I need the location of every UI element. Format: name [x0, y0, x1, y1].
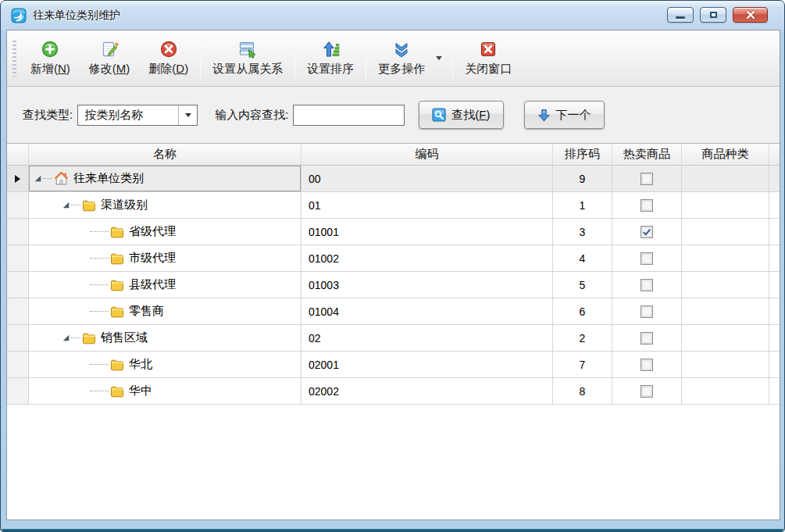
code-cell[interactable]: 01003 [302, 272, 553, 298]
product-kind-cell[interactable] [682, 166, 769, 191]
product-kind-cell[interactable] [682, 272, 769, 298]
row-indicator-cell [7, 325, 29, 351]
next-button[interactable]: 下一个 [524, 101, 605, 129]
expand-icon[interactable] [62, 334, 71, 342]
product-kind-cell[interactable] [682, 298, 769, 324]
sort-code-cell[interactable]: 7 [553, 352, 612, 377]
toolbar-grip[interactable] [12, 41, 16, 77]
header-name[interactable]: 名称 [29, 144, 302, 165]
row-filler [769, 378, 780, 404]
window-title: 往来单位类别维护 [33, 9, 120, 23]
name-cell[interactable]: 华北 [29, 352, 302, 377]
toolbar-button-new[interactable]: 新增(N) [21, 34, 80, 84]
find-button[interactable]: 查找(F) [419, 101, 503, 129]
product-kind-cell[interactable] [682, 192, 769, 218]
header-gutter [7, 144, 29, 165]
dropdown-caret-icon[interactable] [436, 56, 442, 60]
name-cell[interactable]: 华中 [29, 378, 302, 404]
sort-code-cell[interactable]: 3 [553, 219, 612, 245]
sort-icon [321, 40, 340, 59]
name-cell[interactable]: 往来单位类别 [29, 166, 302, 191]
sort-code-cell[interactable]: 6 [553, 298, 612, 324]
expand-icon[interactable] [34, 174, 43, 183]
hot-product-checkbox[interactable] [640, 279, 653, 291]
row-indicator-cell [7, 166, 29, 191]
product-kind-cell[interactable] [682, 325, 769, 351]
table-row[interactable]: 省级代理010013 [7, 219, 780, 245]
row-filler [769, 298, 780, 324]
hot-product-cell [612, 298, 682, 324]
name-cell[interactable]: 市级代理 [29, 245, 302, 271]
restore-button[interactable] [700, 7, 726, 23]
sort-code-cell[interactable]: 9 [553, 166, 612, 191]
table-row[interactable]: 零售商010046 [7, 298, 780, 325]
expand-icon[interactable] [62, 201, 71, 209]
sort-code-cell[interactable]: 5 [553, 272, 612, 298]
table-row[interactable]: 往来单位类别009 [7, 166, 780, 192]
name-cell[interactable]: 销售区域 [29, 325, 302, 351]
code-cell[interactable]: 02 [302, 325, 553, 351]
code-cell[interactable]: 01001 [302, 219, 553, 245]
relation-icon [238, 40, 257, 59]
minimize-button[interactable] [667, 7, 694, 23]
hot-product-checkbox[interactable] [640, 199, 653, 212]
search-type-dropdown[interactable]: 按类别名称 [77, 105, 198, 126]
product-kind-cell[interactable] [682, 352, 769, 377]
content-panel: 新增(N)修改(M)删除(D)设置从属关系设置排序更多操作关闭窗口 查找类型: … [7, 30, 780, 520]
name-cell[interactable]: 零售商 [29, 298, 302, 324]
table-row[interactable]: 县级代理010035 [7, 272, 780, 298]
code-cell[interactable]: 02001 [302, 352, 553, 377]
header-product-kind[interactable]: 商品种类 [682, 144, 769, 165]
toolbar-button-close-window[interactable]: 关闭窗口 [455, 34, 521, 84]
table-row[interactable]: 华北020017 [7, 352, 780, 378]
title-bar[interactable]: 往来单位类别维护 [1, 1, 784, 30]
product-kind-cell[interactable] [682, 378, 769, 404]
table-row[interactable]: 市级代理010024 [7, 245, 780, 272]
code-cell[interactable]: 00 [302, 166, 553, 191]
code-cell[interactable]: 02002 [302, 378, 553, 404]
name-cell[interactable]: 省级代理 [29, 219, 302, 245]
hot-product-checkbox[interactable] [640, 252, 653, 265]
toolbar-button-more-actions[interactable]: 更多操作 [369, 34, 434, 84]
header-sort-code[interactable]: 排序码 [553, 144, 612, 165]
code-cell[interactable]: 01002 [302, 245, 553, 271]
product-kind-cell[interactable] [682, 245, 769, 271]
hot-product-checkbox[interactable] [640, 385, 653, 398]
code-cell[interactable]: 01 [302, 192, 553, 218]
code-cell[interactable]: 01004 [302, 298, 553, 324]
row-filler [769, 192, 780, 218]
table-row[interactable]: 销售区域022 [7, 325, 780, 352]
name-cell[interactable]: 县级代理 [29, 272, 302, 298]
window-controls [667, 7, 768, 23]
close-button[interactable] [733, 7, 768, 23]
table-row[interactable]: 华中020028 [7, 378, 780, 405]
hot-product-checkbox[interactable] [640, 173, 653, 185]
hot-product-checkbox-checked[interactable] [640, 226, 653, 238]
row-filler [769, 272, 780, 298]
hot-product-checkbox[interactable] [640, 359, 653, 371]
sort-code-cell[interactable]: 1 [553, 192, 612, 218]
toolbar-button-delete[interactable]: 删除(D) [139, 34, 198, 84]
hot-product-checkbox[interactable] [640, 332, 653, 345]
sort-code-cell[interactable]: 2 [553, 325, 612, 351]
sort-code-cell[interactable]: 8 [553, 378, 612, 404]
toolbar-button-set-sort[interactable]: 设置排序 [298, 34, 363, 84]
search-input[interactable] [293, 105, 405, 126]
edit-icon [100, 40, 119, 59]
toolbar-button-set-relation[interactable]: 设置从属关系 [203, 34, 292, 84]
hot-product-cell [612, 166, 682, 191]
table-row[interactable]: 渠道级别011 [7, 192, 780, 219]
name-cell[interactable]: 渠道级别 [29, 192, 302, 218]
minimize-icon [676, 16, 685, 19]
header-code[interactable]: 编码 [302, 144, 553, 165]
category-name: 往来单位类别 [73, 171, 144, 186]
dropdown-arrow-icon[interactable] [178, 105, 197, 125]
hot-product-cell [612, 325, 682, 351]
sort-code-cell[interactable]: 4 [553, 245, 612, 271]
hot-product-checkbox[interactable] [640, 305, 653, 318]
product-kind-cell[interactable] [682, 219, 769, 245]
tree-connector [90, 391, 109, 391]
toolbar-button-modify[interactable]: 修改(M) [80, 34, 140, 84]
header-hot-product[interactable]: 热卖商品 [612, 144, 682, 165]
search-type-label: 查找类型: [23, 108, 73, 123]
